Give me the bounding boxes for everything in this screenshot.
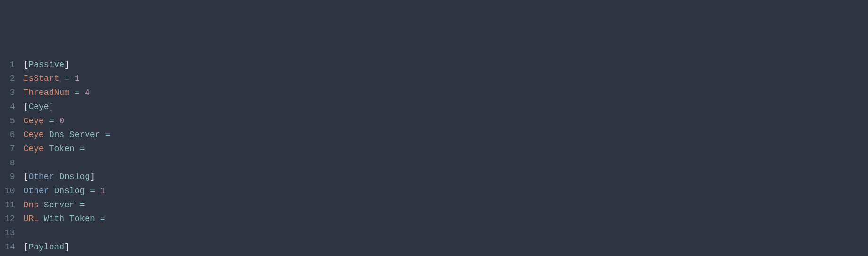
code-line: IsStart = 1 — [24, 72, 647, 86]
token-text — [44, 130, 49, 139]
token-text — [64, 130, 69, 139]
code-content: [Passive]IsStart = 1ThreadNum = 4[Ceye]C… — [24, 56, 647, 256]
token-text — [75, 144, 80, 154]
token-ident: Dns — [49, 130, 64, 139]
token-ident: With — [44, 214, 64, 223]
token-eq: = — [79, 144, 85, 154]
code-line: [Ceye] — [24, 100, 647, 114]
token-text — [69, 88, 75, 97]
token-ident: Token — [49, 144, 75, 154]
token-eq: = — [100, 214, 105, 223]
token-ident: Server — [69, 130, 100, 139]
token-ident: Payload — [28, 242, 64, 252]
token-section: [ — [24, 60, 29, 69]
token-eq: = — [79, 200, 85, 210]
token-text — [44, 144, 49, 154]
code-line: ThreadNum = 4 — [24, 86, 647, 100]
line-number: 13 — [5, 226, 15, 240]
token-key: ThreadNum — [24, 88, 69, 97]
code-line — [24, 156, 647, 171]
line-number: 15 — [5, 254, 15, 256]
token-key: Ceye — [24, 130, 44, 139]
code-line: Ceye = 0 — [24, 114, 647, 128]
token-key: Dns — [24, 200, 39, 210]
token-ident: Dnslog — [59, 172, 90, 181]
token-section: ] — [90, 172, 95, 181]
code-line — [24, 226, 647, 240]
line-number: 7 — [5, 142, 15, 156]
line-number: 2 — [5, 72, 15, 86]
code-line: Ceye Dns Server = — [24, 128, 647, 142]
token-num: 1 — [100, 186, 105, 196]
token-key: URL — [24, 214, 39, 223]
token-text — [39, 200, 44, 210]
token-keyword: Other — [24, 186, 49, 196]
code-editor: 123456789101112131415161718 [Passive]IsS… — [0, 56, 868, 256]
line-number: 5 — [5, 114, 15, 128]
token-eq: = — [105, 130, 110, 139]
token-num: 0 — [59, 116, 64, 126]
token-text — [95, 214, 100, 223]
line-number: 10 — [5, 184, 15, 198]
token-text — [54, 172, 59, 181]
token-eq: = — [49, 116, 54, 126]
token-section: [ — [24, 172, 29, 181]
line-number: 8 — [5, 156, 15, 171]
token-ident: Dnslog — [54, 186, 85, 196]
line-number: 4 — [5, 100, 15, 114]
line-number: 3 — [5, 86, 15, 100]
token-section: ] — [64, 60, 69, 69]
token-text — [79, 88, 85, 97]
token-text — [75, 200, 80, 210]
token-section: ] — [64, 242, 69, 252]
token-section: [ — [24, 242, 29, 252]
token-text — [59, 74, 64, 83]
token-text — [44, 116, 49, 126]
token-eq: = — [75, 88, 80, 97]
token-ident: Server — [44, 200, 75, 210]
token-eq: = — [90, 186, 95, 196]
code-line: URL With Token = — [24, 212, 647, 226]
line-number: 12 — [5, 212, 15, 226]
code-line: [Passive] — [24, 58, 647, 72]
token-text — [49, 186, 54, 196]
token-section: [ — [24, 102, 29, 111]
line-number: 11 — [5, 198, 15, 213]
line-number: 14 — [5, 240, 15, 255]
token-keyword: Other — [28, 172, 54, 181]
token-section: ] — [49, 102, 54, 111]
code-line: [Other Dnslog] — [24, 170, 647, 184]
token-ident: Token — [69, 214, 95, 223]
token-key: IsStart — [24, 74, 60, 83]
line-number: 9 — [5, 170, 15, 184]
code-line: [Payload] — [24, 240, 647, 255]
token-text — [69, 74, 75, 83]
code-line: Other Dnslog = 1 — [24, 184, 647, 198]
token-ident: Ceye — [28, 102, 49, 111]
token-text — [95, 186, 100, 196]
token-num: 1 — [75, 74, 80, 83]
line-number: 6 — [5, 128, 15, 142]
code-line: Dns Server = — [24, 198, 647, 213]
token-text — [100, 130, 105, 139]
token-text — [39, 214, 44, 223]
token-key: Ceye — [24, 116, 44, 126]
token-key: Ceye — [24, 144, 44, 154]
token-text — [64, 214, 69, 223]
token-ident: Passive — [28, 60, 64, 69]
code-line: Ceye Token = — [24, 142, 647, 156]
token-num: 4 — [85, 88, 90, 97]
line-number: 1 — [5, 58, 15, 72]
token-text — [54, 116, 59, 126]
code-line: Payload = ping%203|ping%20-c%202%20; pin… — [24, 254, 647, 256]
token-eq: = — [64, 74, 69, 83]
line-number-gutter: 123456789101112131415161718 — [0, 56, 24, 256]
token-text — [85, 186, 90, 196]
